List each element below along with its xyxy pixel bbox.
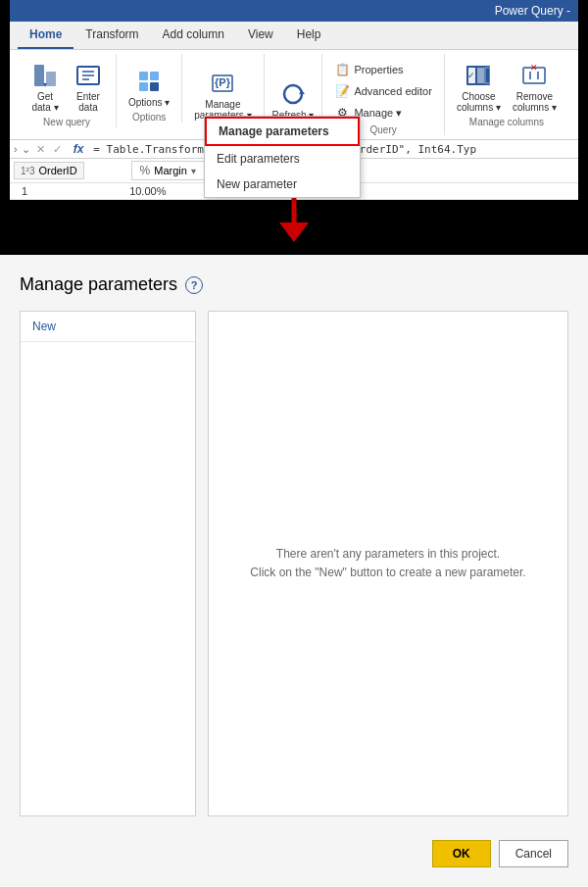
- margin-value: 10.00%: [129, 185, 166, 197]
- ok-button[interactable]: OK: [432, 840, 491, 867]
- svg-text:{P}: {P}: [215, 76, 231, 88]
- get-data-icon: ▾: [29, 60, 61, 91]
- manage-columns-buttons: ✓ Choosecolumns ▾ ✕: [453, 54, 561, 115]
- advanced-editor-icon: 📝: [334, 83, 350, 99]
- red-arrow: [274, 193, 314, 245]
- dropdown-manage-parameters[interactable]: Manage parameters: [205, 117, 360, 146]
- cancel-button[interactable]: Cancel: [499, 840, 568, 867]
- screenshot-area: Power Query - Home Transform Add column …: [0, 0, 588, 255]
- dialog-title: Manage parameters: [20, 274, 177, 295]
- options-label: Options ▾: [128, 97, 170, 108]
- svg-text:✕: ✕: [530, 63, 538, 73]
- empty-state-line2: Click on the "New" button to create a ne…: [250, 564, 525, 582]
- svg-rect-1: [46, 72, 56, 86]
- ribbon-group-manage-params: {P} Manageparameters ▾: [182, 54, 264, 123]
- title-bar: Power Query -: [10, 0, 578, 22]
- tab-help[interactable]: Help: [285, 22, 333, 49]
- expand-icon: ›: [14, 143, 18, 155]
- options-icon: [133, 66, 165, 97]
- svg-rect-16: [477, 68, 484, 83]
- margin-column-label: Margin: [154, 165, 187, 176]
- edit-parameters-dropdown-label: Edit parameters: [217, 152, 300, 166]
- properties-icon: 📋: [334, 62, 350, 77]
- manage-parameters-dropdown: Manage parameters Edit parameters New pa…: [204, 116, 361, 198]
- help-icon[interactable]: ?: [185, 276, 203, 294]
- svg-text:✓: ✓: [467, 71, 475, 80]
- dropdown-new-parameter[interactable]: New parameter: [205, 172, 360, 197]
- svg-text:▾: ▾: [43, 80, 47, 89]
- advanced-editor-label: Advanced editor: [354, 85, 432, 97]
- choose-columns-label: Choosecolumns ▾: [457, 91, 501, 113]
- dialog-title-row: Manage parameters ?: [20, 274, 568, 295]
- options-button[interactable]: Options ▾: [124, 64, 173, 110]
- order-id-header: 1²3 OrderID: [14, 162, 84, 179]
- collapse-icon: ⌄: [22, 143, 30, 156]
- fx-label: fx: [68, 142, 90, 156]
- tab-home[interactable]: Home: [18, 22, 74, 49]
- order-id-value: 1: [22, 185, 27, 197]
- check-icon: ✓: [51, 143, 64, 156]
- title-bar-text: Power Query -: [495, 4, 570, 18]
- manage-parameters-icon: {P}: [207, 68, 238, 99]
- manage-parameters-dropdown-label: Manage parameters: [219, 124, 329, 138]
- manage-params-buttons: {P} Manageparameters ▾: [190, 54, 255, 123]
- tab-add-column[interactable]: Add column: [151, 22, 236, 49]
- new-parameter-dropdown-label: New parameter: [217, 177, 297, 191]
- svg-rect-10: [150, 82, 159, 91]
- ribbon-group-new-query: ▾ Getdata ▾: [18, 54, 117, 127]
- manage-parameters-button[interactable]: {P} Manageparameters ▾: [190, 66, 255, 123]
- dialog-body: New There aren't any parameters in this …: [20, 311, 568, 816]
- empty-state-line1: There aren't any parameters in this proj…: [250, 545, 525, 564]
- new-query-buttons: ▾ Getdata ▾: [25, 54, 108, 115]
- enter-data-button[interactable]: Enterdata: [69, 58, 108, 115]
- new-query-group-label: New query: [43, 117, 90, 127]
- ribbon-tabs: Home Transform Add column View Help: [10, 22, 578, 50]
- ribbon-group-refresh: Refresh ▾: [265, 54, 323, 123]
- choose-columns-button[interactable]: ✓ Choosecolumns ▾: [453, 58, 505, 115]
- percent-icon: %: [140, 164, 151, 177]
- manage-label: Manage ▾: [354, 107, 402, 120]
- new-link-label: New: [32, 320, 56, 333]
- parameters-list-panel: New: [20, 311, 196, 816]
- refresh-icon: [277, 78, 309, 110]
- enter-data-icon: [73, 60, 104, 91]
- empty-state: There aren't any parameters in this proj…: [250, 545, 525, 582]
- tab-view[interactable]: View: [236, 22, 285, 49]
- query-group-label: Query: [370, 124, 397, 135]
- remove-columns-icon: ✕: [518, 60, 550, 91]
- properties-button[interactable]: 📋 Properties: [330, 60, 436, 79]
- ribbon-group-manage-columns: ✓ Choosecolumns ▾ ✕: [445, 54, 568, 127]
- new-parameter-link[interactable]: New: [21, 312, 195, 342]
- svg-marker-13: [299, 90, 305, 94]
- svg-rect-7: [139, 72, 148, 80]
- svg-rect-8: [150, 72, 159, 80]
- get-data-label: Getdata ▾: [31, 91, 58, 113]
- refresh-buttons: Refresh ▾: [269, 54, 318, 123]
- manage-columns-group-label: Manage columns: [469, 117, 544, 127]
- advanced-editor-button[interactable]: 📝 Advanced editor: [330, 81, 436, 101]
- tab-transform[interactable]: Transform: [74, 22, 150, 49]
- enter-data-label: Enterdata: [76, 91, 100, 113]
- ribbon-container: Power Query - Home Transform Add column …: [10, 0, 578, 200]
- options-group-label: Options: [132, 112, 166, 123]
- parameter-detail-panel: There aren't any parameters in this proj…: [208, 311, 568, 816]
- properties-label: Properties: [354, 64, 403, 75]
- svg-marker-24: [279, 222, 309, 242]
- delete-icon: ✕: [34, 143, 47, 156]
- order-id-label: OrderID: [38, 165, 76, 176]
- options-buttons: Options ▾: [124, 54, 173, 110]
- remove-columns-label: Removecolumns ▾: [513, 91, 557, 113]
- column-type-icon: 1²3: [21, 166, 34, 176]
- margin-cell: % Margin ▾: [131, 161, 205, 180]
- query-stack: 📋 Properties 📝 Advanced editor ⚙ Manage …: [330, 54, 436, 123]
- dropdown-edit-parameters[interactable]: Edit parameters: [205, 146, 360, 172]
- margin-dropdown-arrow[interactable]: ▾: [191, 166, 196, 176]
- choose-columns-icon: ✓: [463, 60, 494, 91]
- ribbon-group-options: Options ▾ Options: [117, 54, 182, 123]
- svg-rect-9: [139, 82, 148, 91]
- manage-parameters-dialog: Manage parameters ? New There aren't any…: [0, 255, 588, 887]
- dialog-footer: OK Cancel: [20, 832, 568, 867]
- get-data-button[interactable]: ▾ Getdata ▾: [25, 58, 65, 115]
- remove-columns-button[interactable]: ✕ Removecolumns ▾: [509, 58, 561, 115]
